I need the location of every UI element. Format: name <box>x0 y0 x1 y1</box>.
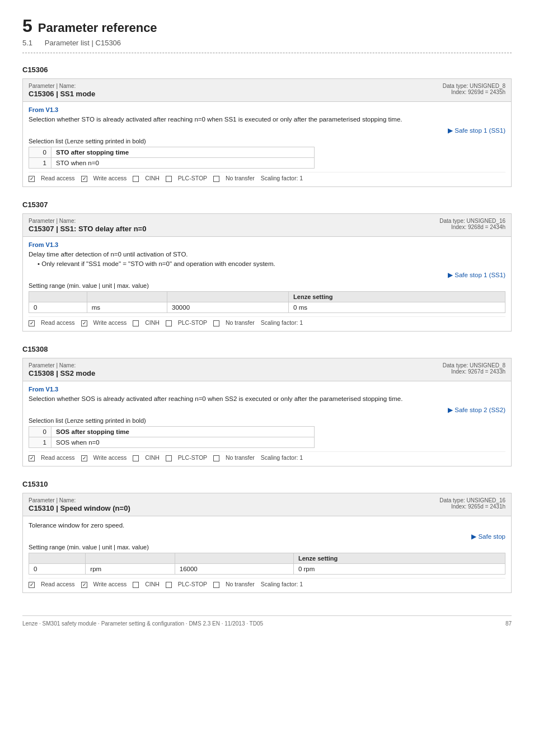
write-checkbox <box>81 582 87 588</box>
param-header-c15310: Parameter | Name: C15310 | Speed window … <box>23 493 511 516</box>
write-access: Write access <box>81 319 127 326</box>
read-access: Read access <box>29 319 75 326</box>
description-c15307: Delay time after detection of n=0 until … <box>29 250 505 269</box>
scaling-c15306: Scaling factor: 1 <box>261 175 303 181</box>
read-access: Read access <box>29 581 75 587</box>
param-card-c15307: Parameter | Name: C15307 | SS1: STO dela… <box>22 213 512 332</box>
cinh-checkbox <box>133 455 139 461</box>
list-label-c15307: Setting range (min. value | unit | max. … <box>29 282 505 289</box>
plcstop-checkbox <box>166 176 172 182</box>
table-header-row: Lenze setting <box>29 553 505 564</box>
param-meta-c15308: Parameter | Name: <box>29 362 95 368</box>
safe-stop-link-c15308[interactable]: Safe stop 2 (SS2) <box>29 406 505 414</box>
param-body-c15310: Tolerance window for zero speed. Safe st… <box>23 516 511 592</box>
param-name-c15306: C15306 | SS1 mode <box>29 90 95 98</box>
plcstop-access: PLC-STOP <box>166 175 207 181</box>
item-value: 0 <box>29 147 51 158</box>
col-unit <box>86 553 175 564</box>
footer-left: Lenze · SM301 safety module · Parameter … <box>22 620 263 627</box>
item-label: SOS after stopping time <box>51 427 315 437</box>
cinh-checkbox <box>133 176 139 182</box>
read-checkbox <box>29 176 35 182</box>
section-divider <box>22 53 512 53</box>
section-c15306-label: C15306 <box>22 66 512 74</box>
table-row: 0 STO after stopping time <box>29 147 315 158</box>
item-label: STO when n=0 <box>51 158 315 169</box>
chapter-title: Parameter reference <box>38 21 157 35</box>
plcstop-checkbox <box>166 582 172 588</box>
table-header-row: Lenze setting <box>29 292 505 302</box>
safe-stop-link-c15307[interactable]: Safe stop 1 (SS1) <box>29 271 505 279</box>
item-label: SOS when n=0 <box>51 437 315 448</box>
selection-table-c15308: 0 SOS after stopping time 1 SOS when n=0 <box>29 426 315 448</box>
table-row: 0 rpm 16000 0 rpm <box>29 564 505 575</box>
notransfer-access: No transfer <box>213 454 255 461</box>
param-card-c15306: Parameter | Name: C15306 | SS1 mode Data… <box>22 78 512 187</box>
access-row-c15308: Read access Write access CINH PLC-STOP N… <box>29 451 505 461</box>
write-checkbox <box>81 320 87 326</box>
from-version-c15308: From V1.3 <box>29 386 505 393</box>
write-access: Write access <box>81 175 127 181</box>
range-min: 0 <box>29 302 87 313</box>
col-min <box>29 553 86 564</box>
cinh-checkbox <box>133 320 139 326</box>
plcstop-access: PLC-STOP <box>166 319 207 326</box>
access-row-c15310: Read access Write access CINH PLC-STOP N… <box>29 578 505 588</box>
table-row: 0 SOS after stopping time <box>29 427 315 437</box>
section-c15307-label: C15307 <box>22 200 512 209</box>
safe-stop-link-c15310[interactable]: Safe stop <box>29 533 505 540</box>
param-name-c15310: C15310 | Speed window (n=0) <box>29 504 130 512</box>
item-value: 1 <box>29 158 51 169</box>
from-version-c15306: From V1.3 <box>29 106 505 113</box>
param-header-c15308: Parameter | Name: C15308 | SS2 mode Data… <box>23 358 511 381</box>
param-body-c15307: From V1.3 Delay time after detection of … <box>23 237 511 331</box>
param-name-c15307: C15307 | SS1: STO delay after n=0 <box>29 225 146 233</box>
range-unit: ms <box>87 302 167 313</box>
lenze-val: 0 ms <box>289 302 505 313</box>
write-checkbox <box>81 455 87 461</box>
read-checkbox <box>29 320 35 326</box>
param-header-c15307: Parameter | Name: C15307 | SS1: STO dela… <box>23 214 511 237</box>
param-header-left-c15308: Parameter | Name: C15308 | SS2 mode <box>29 362 95 377</box>
param-body-c15308: From V1.3 Selection whether SOS is alrea… <box>23 381 511 466</box>
col-lenze: Lenze setting <box>293 553 505 564</box>
notransfer-checkbox <box>213 176 219 182</box>
sub-section-header: 5.1 Parameter list | C15306 <box>22 39 512 47</box>
scaling-c15308: Scaling factor: 1 <box>261 454 303 461</box>
list-label-c15308: Selection list (Lenze setting printed in… <box>29 417 505 424</box>
access-row-c15307: Read access Write access CINH PLC-STOP N… <box>29 316 505 326</box>
write-access: Write access <box>81 454 127 461</box>
notransfer-checkbox <box>213 582 219 588</box>
list-label-c15306: Selection list (Lenze setting printed in… <box>29 138 505 144</box>
param-header-left-c15310: Parameter | Name: C15310 | Speed window … <box>29 497 130 512</box>
cinh-access: CINH <box>133 319 160 326</box>
col-max <box>167 292 289 302</box>
notransfer-access: No transfer <box>213 175 255 181</box>
range-unit: rpm <box>86 564 175 575</box>
param-type-c15310: Data type: UNSIGNED_16 Index: 9265d = 24… <box>439 497 505 510</box>
item-value: 1 <box>29 437 51 448</box>
notransfer-checkbox <box>213 455 219 461</box>
write-checkbox <box>81 176 87 182</box>
table-row: 0 ms 30000 0 ms <box>29 302 505 313</box>
cinh-access: CINH <box>133 581 160 587</box>
param-meta-c15306: Parameter | Name: <box>29 83 95 89</box>
param-name-c15308: C15308 | SS2 mode <box>29 369 95 377</box>
plcstop-checkbox <box>166 320 172 326</box>
lenze-val: 0 rpm <box>293 564 505 575</box>
param-type-c15308: Data type: UNSIGNED_8 Index: 9267d = 243… <box>443 362 505 375</box>
write-access: Write access <box>81 581 127 587</box>
param-body-c15306: From V1.3 Selection whether STO is alrea… <box>23 102 511 186</box>
description-c15306: Selection whether STO is already activat… <box>29 115 505 124</box>
param-meta-c15310: Parameter | Name: <box>29 497 130 503</box>
safe-stop-link-c15306[interactable]: Safe stop 1 (SS1) <box>29 127 505 134</box>
param-type-c15307: Data type: UNSIGNED_16 Index: 9268d = 24… <box>439 218 505 230</box>
range-max: 30000 <box>167 302 289 313</box>
from-version-c15307: From V1.3 <box>29 241 505 248</box>
plcstop-checkbox <box>166 455 172 461</box>
range-min: 0 <box>29 564 86 575</box>
page-header: 5 Parameter reference <box>22 17 512 35</box>
col-min <box>29 292 87 302</box>
param-header-c15306: Parameter | Name: C15306 | SS1 mode Data… <box>23 79 511 102</box>
table-row: 1 SOS when n=0 <box>29 437 315 448</box>
